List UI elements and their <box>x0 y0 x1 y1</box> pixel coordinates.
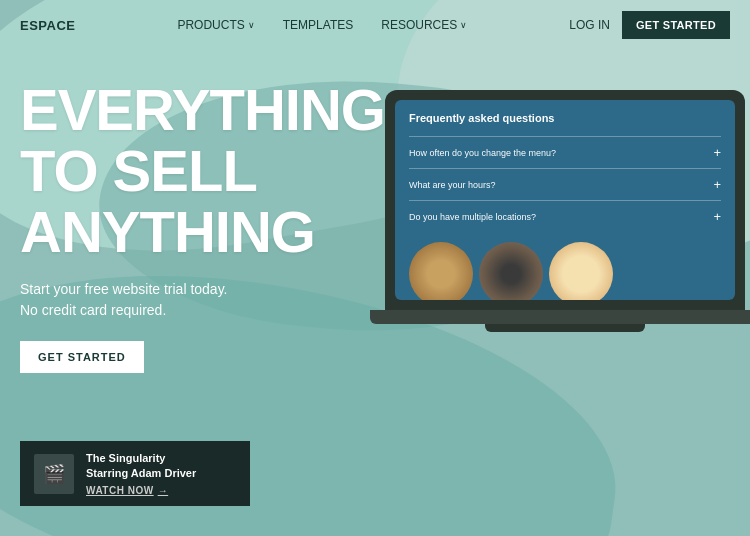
nav-resources[interactable]: RESOURCES ∨ <box>381 18 467 32</box>
faq-item-3[interactable]: Do you have multiple locations? + <box>409 200 721 232</box>
nav-cta-button[interactable]: GET STARTED <box>622 11 730 39</box>
faq-item-1[interactable]: How often do you change the menu? + <box>409 136 721 168</box>
hero-line3: ANYTHING <box>20 202 385 263</box>
promo-thumbnail: 🎬 <box>34 454 74 494</box>
chevron-down-icon: ∨ <box>248 20 255 30</box>
faq-item-2[interactable]: What are your hours? + <box>409 168 721 200</box>
laptop-body: Frequently asked questions How often do … <box>385 90 745 310</box>
hero-line2: TO SELL <box>20 141 385 202</box>
laptop-mockup: Frequently asked questions How often do … <box>370 90 750 536</box>
login-link[interactable]: LOG IN <box>569 18 610 32</box>
arrow-icon: → <box>158 485 169 496</box>
expand-icon-2: + <box>713 177 721 192</box>
food-image-3 <box>549 242 613 300</box>
promo-text-block: The Singularity Starring Adam Driver WAT… <box>86 451 236 496</box>
faq-question-2: What are your hours? <box>409 180 496 190</box>
food-image-1 <box>409 242 473 300</box>
expand-icon-1: + <box>713 145 721 160</box>
hero-subtitle-line2: No credit card required. <box>20 300 385 321</box>
hero-line1: EVERYTHING <box>20 80 385 141</box>
navbar: ESPACE PRODUCTS ∨ TEMPLATES RESOURCES ∨ … <box>0 0 750 50</box>
watch-now-link[interactable]: WATCH NOW → <box>86 485 236 496</box>
main-content: EVERYTHING TO SELL ANYTHING Start your f… <box>0 50 750 536</box>
food-images <box>409 242 721 300</box>
chevron-down-icon: ∨ <box>460 20 467 30</box>
food-image-2 <box>479 242 543 300</box>
promo-title: The Singularity Starring Adam Driver <box>86 451 236 480</box>
hero-title: EVERYTHING TO SELL ANYTHING <box>20 80 385 263</box>
nav-products[interactable]: PRODUCTS ∨ <box>177 18 254 32</box>
hero-subtitle-line1: Start your free website trial today. <box>20 279 385 300</box>
hero-subtitle: Start your free website trial today. No … <box>20 279 385 321</box>
logo[interactable]: ESPACE <box>20 18 76 33</box>
expand-icon-3: + <box>713 209 721 224</box>
faq-question-1: How often do you change the menu? <box>409 148 556 158</box>
faq-title: Frequently asked questions <box>409 112 721 124</box>
nav-templates[interactable]: TEMPLATES <box>283 18 353 32</box>
promo-card: 🎬 The Singularity Starring Adam Driver W… <box>20 441 250 506</box>
laptop-base <box>370 310 750 324</box>
laptop-screen: Frequently asked questions How often do … <box>395 100 735 300</box>
faq-question-3: Do you have multiple locations? <box>409 212 536 222</box>
hero-cta-button[interactable]: GET STARTED <box>20 341 144 373</box>
nav-links: PRODUCTS ∨ TEMPLATES RESOURCES ∨ <box>76 18 570 32</box>
nav-right: LOG IN GET STARTED <box>569 11 730 39</box>
